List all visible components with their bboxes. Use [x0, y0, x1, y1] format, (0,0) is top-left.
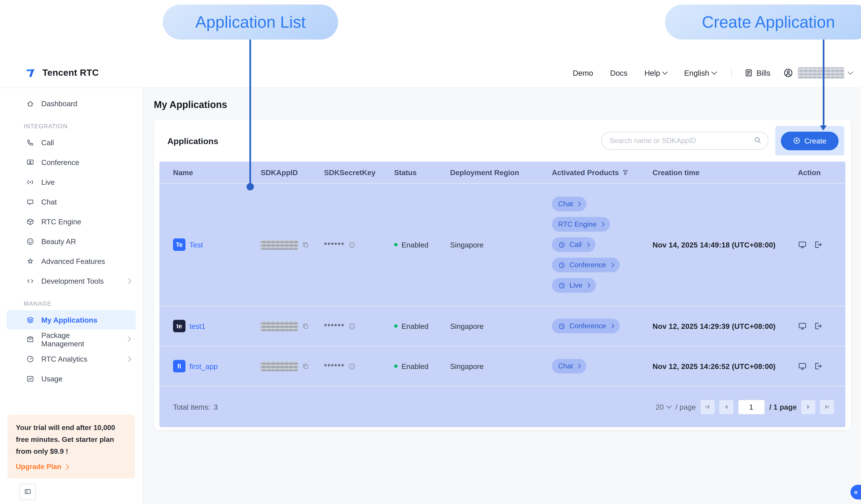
status-cell: Enabled — [394, 322, 450, 330]
col-action: Action — [798, 168, 845, 177]
col-name: Name — [173, 168, 261, 177]
enter-icon[interactable] — [814, 240, 823, 249]
card-title: Applications — [167, 136, 218, 145]
info-icon[interactable] — [348, 322, 356, 330]
app-name-link[interactable]: first_app — [189, 362, 218, 370]
name-cell: te test1 — [173, 320, 261, 332]
chevron-right-icon — [126, 337, 131, 342]
sidebar-item-development-tools[interactable]: Development Tools — [0, 271, 142, 291]
app-name-link[interactable]: test1 — [189, 322, 205, 330]
product-tag-conference[interactable]: Conference — [552, 258, 619, 272]
copy-icon[interactable] — [302, 363, 309, 370]
creation-time-cell: Nov 12, 2025 14:29:39 (UTC+08:00) — [653, 322, 798, 330]
code-icon — [26, 277, 35, 285]
layers-icon — [26, 316, 35, 324]
action-cell — [798, 362, 845, 370]
username-redacted — [798, 67, 844, 79]
sidebar-item-rtc-analytics[interactable]: RTC Analytics — [0, 349, 142, 369]
chevron-right-icon — [585, 242, 590, 247]
sidebar: Dashboard INTEGRATION Call Conference Li… — [0, 88, 143, 504]
sidebar-item-live[interactable]: Live — [0, 172, 142, 192]
nav-help[interactable]: Help — [644, 69, 667, 77]
next-page-button[interactable] — [801, 400, 815, 414]
chevron-right-icon — [609, 263, 614, 267]
secret-cell: ****** — [324, 362, 394, 370]
smile-icon — [26, 237, 35, 246]
enabled-dot — [394, 243, 397, 246]
product-tag-conference[interactable]: Conference — [552, 319, 619, 333]
account-area[interactable] — [783, 67, 852, 79]
status-cell: Enabled — [394, 240, 450, 249]
enter-icon[interactable] — [814, 362, 823, 370]
products-cell: Chat — [552, 359, 653, 374]
chat-icon — [26, 198, 35, 206]
sidebar-item-usage[interactable]: Usage — [0, 369, 142, 389]
col-deployment-region: Deployment Region — [450, 168, 552, 177]
upgrade-plan-link[interactable]: Upgrade Plan — [16, 463, 127, 471]
app-avatar: Te — [173, 238, 186, 251]
product-tag-rtc-engine[interactable]: RTC Engine — [552, 217, 610, 232]
info-icon[interactable] — [348, 241, 356, 249]
table-header-row: Name SDKAppID SDKSecretKey Status Deploy… — [160, 162, 845, 183]
copy-icon[interactable] — [302, 241, 309, 249]
sdkappid-cell — [261, 321, 324, 331]
name-cell: Te Test — [173, 238, 261, 251]
sidebar-item-dashboard[interactable]: Dashboard — [0, 94, 142, 114]
info-icon[interactable] — [348, 363, 356, 370]
total-items: Total items: 3 — [173, 403, 218, 411]
brand[interactable]: Tencent RTC — [25, 67, 99, 79]
filter-icon[interactable] — [622, 169, 629, 176]
sidebar-item-call[interactable]: Call — [0, 133, 142, 153]
per-page-label: / page — [675, 403, 696, 411]
create-button[interactable]: Create — [781, 131, 838, 150]
secret-cell: ****** — [324, 322, 394, 330]
region-cell: Singapore — [450, 240, 552, 249]
monitor-icon[interactable] — [798, 240, 807, 249]
search-icon[interactable] — [754, 136, 762, 144]
page-number-input[interactable] — [738, 399, 765, 415]
chevron-right-icon — [586, 283, 590, 288]
product-tag-call[interactable]: Call — [552, 237, 595, 252]
sdkappid-cell — [261, 240, 324, 250]
prev-page-icon — [723, 404, 729, 410]
product-tag-chat[interactable]: Chat — [552, 359, 587, 374]
sidebar-item-package-management[interactable]: Package Management — [0, 330, 142, 349]
sidebar-item-chat[interactable]: Chat — [0, 192, 142, 212]
collapse-sidebar-button[interactable] — [19, 484, 36, 500]
live-icon — [26, 178, 35, 186]
sidebar-item-advanced-features[interactable]: Advanced Features — [0, 251, 142, 271]
monitor-icon[interactable] — [798, 322, 807, 331]
nav-language[interactable]: English — [684, 69, 716, 77]
last-page-button[interactable] — [820, 400, 834, 414]
col-creation-time: Creation time — [653, 168, 798, 177]
sidebar-item-beauty-ar[interactable]: Beauty AR — [0, 232, 142, 251]
chevron-right-icon — [576, 364, 581, 368]
bills-icon — [744, 68, 753, 78]
sidebar-item-my-applications[interactable]: My Applications — [7, 310, 136, 330]
product-tag-live[interactable]: Live — [552, 278, 596, 293]
nav-bills[interactable]: Bills — [744, 68, 770, 78]
enabled-dot — [394, 364, 397, 368]
trial-clock-icon — [558, 282, 565, 289]
region-cell: Singapore — [450, 322, 552, 330]
first-page-icon — [705, 404, 710, 410]
user-avatar-icon — [783, 68, 793, 78]
first-page-button[interactable] — [700, 400, 714, 414]
secret-cell: ****** — [324, 240, 394, 249]
product-tag-chat[interactable]: Chat — [552, 197, 587, 211]
monitor-icon[interactable] — [798, 362, 807, 370]
sdkappid-redacted — [261, 240, 298, 250]
sidebar-item-conference[interactable]: Conference — [0, 153, 142, 172]
annotation-line-application-list — [249, 40, 251, 183]
action-cell — [798, 322, 845, 331]
app-name-link[interactable]: Test — [189, 240, 203, 249]
prev-page-button[interactable] — [719, 400, 733, 414]
page-size-select[interactable]: 20 — [656, 403, 671, 411]
nav-demo[interactable]: Demo — [573, 69, 593, 77]
enter-icon[interactable] — [814, 322, 823, 331]
copy-icon[interactable] — [302, 322, 309, 330]
nav-docs[interactable]: Docs — [610, 69, 627, 77]
search-input[interactable] — [601, 132, 768, 150]
sidebar-item-rtc-engine[interactable]: RTC Engine — [0, 212, 142, 232]
tencent-rtc-console: Tencent RTC Demo Docs Help English Bills — [0, 0, 861, 504]
